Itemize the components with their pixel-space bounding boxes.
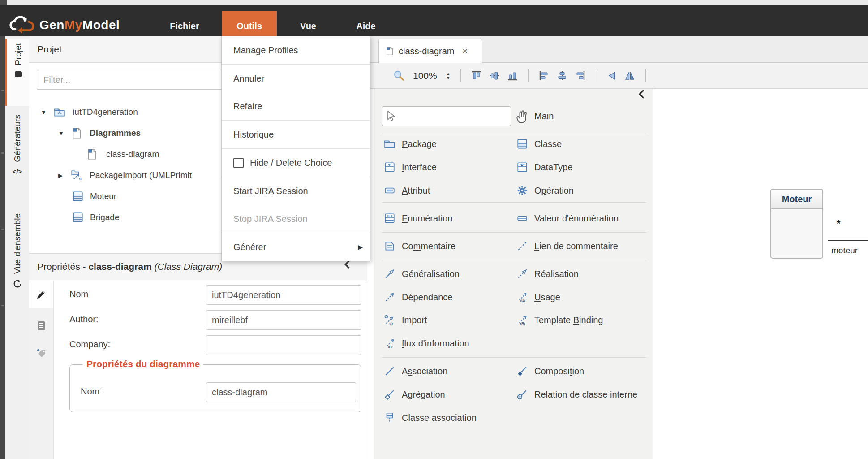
palette-item-label: Lien de commentaire — [534, 241, 618, 251]
palette-item-label: Attribut — [402, 186, 430, 196]
palette-row: Package Classe — [374, 134, 654, 153]
palette-row: Attribut Opération — [374, 181, 654, 200]
align-left-button[interactable] — [538, 70, 550, 82]
palette-item-interface[interactable]: ‹I› Interface — [384, 158, 437, 177]
align-center-button[interactable] — [556, 70, 568, 82]
palette-item-composition[interactable]: Composition — [516, 362, 584, 381]
palette-item-package[interactable]: Package — [384, 134, 437, 153]
close-tab-icon[interactable]: × — [462, 46, 468, 56]
palette-item-operation[interactable]: Opération — [516, 181, 574, 200]
palette-item-import[interactable]: ‹I› Import — [384, 311, 427, 329]
align-middle-icon — [489, 70, 500, 81]
align-top-button[interactable] — [471, 70, 482, 82]
inner-class-relation-icon — [516, 389, 528, 400]
project-filter-input[interactable] — [37, 70, 252, 90]
field-nom-input[interactable] — [206, 285, 361, 305]
palette-item-usage[interactable]: ‹U› Usage — [516, 288, 560, 307]
menu-item-stop-jira-session[interactable]: Stop JIRA Session — [222, 205, 370, 233]
palette-item-label: Classe association — [402, 413, 477, 423]
menu-item-hide-delete-choice[interactable]: Hide / Delete Choice — [222, 149, 370, 177]
palette-item-datatype[interactable]: ‹D› DataType — [516, 158, 573, 177]
zoom-button[interactable] — [393, 70, 405, 82]
rail-tab-vue-densemble[interactable]: Vue d'ensemble — [5, 209, 29, 325]
palette-pan-tool[interactable]: Main — [515, 106, 554, 126]
tree-item-diagrammes[interactable]: ▼ Diagrammes — [58, 124, 141, 142]
svg-text:‹U›: ‹U› — [520, 299, 525, 303]
uml-class-title[interactable]: Moteur — [771, 190, 822, 209]
palette-item-label: Relation de classe interne — [534, 390, 637, 400]
app-logo[interactable]: GenMyModel — [9, 14, 120, 36]
field-diagram-nom-input[interactable] — [206, 382, 356, 402]
window-corner — [0, 0, 7, 5]
editor-tab-class-diagram[interactable]: class-diagram × — [378, 39, 482, 63]
palette-item-dependance[interactable]: Dépendance — [384, 288, 452, 307]
menu-item-start-jira-session[interactable]: Start JIRA Session — [222, 177, 370, 205]
palette-item-template-binding[interactable]: ‹B› Template Binding — [516, 311, 603, 329]
editor-tab-label: class-diagram — [399, 46, 454, 56]
palette-item-label: Commentaire — [402, 241, 455, 251]
field-company-input[interactable] — [206, 335, 361, 355]
menu-item-manage-profiles[interactable]: Manage Profiles — [222, 36, 370, 64]
palette-row: Commentaire Lien de commentaire — [374, 237, 654, 255]
tree-item-moteur[interactable]: Moteur — [72, 187, 116, 205]
palette-item-relation-classe-interne[interactable]: Relation de classe interne — [516, 385, 637, 404]
palette-item-label: Valeur d'énumération — [534, 213, 619, 224]
flip-horizontal-icon — [624, 70, 635, 81]
zoom-down-icon[interactable]: ▼ — [446, 76, 451, 80]
palette-row: ‹F› flux d'information — [374, 334, 654, 353]
flip-left-button[interactable] — [606, 70, 618, 82]
properties-title-type: (Class Diagram) — [154, 261, 222, 272]
zoom-level: 100% — [413, 70, 437, 81]
uml-class-moteur[interactable]: Moteur — [770, 189, 823, 259]
palette-selection-tool[interactable] — [382, 106, 511, 126]
palette-item-lien-de-commentaire[interactable]: Lien de commentaire — [516, 237, 618, 255]
align-right-button[interactable] — [574, 70, 586, 82]
menu-item-refaire[interactable]: Refaire — [222, 92, 370, 120]
properties-tab-edit[interactable] — [29, 281, 53, 308]
association-edge[interactable] — [828, 240, 868, 241]
palette-item-enumeration[interactable]: ‹E› Enumération — [384, 209, 452, 228]
editor-toolbar: 100% ▲▼ — [367, 63, 868, 89]
menu-item-annuler[interactable]: Annuler — [222, 65, 370, 92]
association-multiplicity[interactable]: * — [837, 218, 841, 230]
tree-item-brigade[interactable]: Brigade — [72, 208, 120, 226]
palette-item-label: Template Binding — [534, 315, 603, 325]
association-role-label[interactable]: moteur — [831, 246, 858, 255]
palette-row: ‹I› Import ‹B› Template Binding — [374, 311, 654, 329]
palette-item-commentaire[interactable]: Commentaire — [384, 237, 455, 255]
caret-right-icon[interactable]: ▶ — [58, 172, 65, 179]
palette-item-generalisation[interactable]: Généralisation — [384, 264, 460, 283]
palette-item-association[interactable]: Association — [384, 362, 447, 381]
properties-tab-doc[interactable] — [29, 312, 53, 340]
field-author-input[interactable] — [206, 310, 361, 330]
align-middle-button[interactable] — [489, 70, 500, 82]
rail-tab-generateurs[interactable]: Générateurs </> — [5, 110, 29, 204]
palette-item-agregation[interactable]: Agrégation — [384, 385, 445, 404]
menu-item-historique[interactable]: Historique — [222, 121, 370, 148]
palette-item-attribut[interactable]: Attribut — [384, 181, 430, 200]
palette-item-classe-association[interactable]: Classe association — [384, 408, 477, 427]
menu-item-generer[interactable]: Générer ▶ — [222, 233, 370, 261]
palette-item-classe[interactable]: Classe — [516, 134, 562, 153]
checkbox-icon[interactable] — [233, 158, 244, 168]
collapse-palette-icon[interactable] — [638, 90, 645, 99]
package-icon — [384, 138, 395, 150]
tree-item-root[interactable]: ▼ iutTD4generation — [41, 103, 138, 121]
caret-down-icon[interactable]: ▼ — [58, 130, 65, 137]
palette-item-valeur-enumeration[interactable]: Valeur d'énumération — [516, 209, 619, 228]
align-bottom-icon — [507, 70, 518, 81]
zoom-stepper[interactable]: ▲▼ — [446, 72, 451, 80]
svg-text:‹I›: ‹I› — [389, 321, 393, 326]
caret-down-icon[interactable]: ▼ — [41, 109, 48, 116]
palette-item-flux-information[interactable]: ‹F› flux d'information — [384, 334, 469, 353]
code-icon: </> — [13, 168, 22, 175]
collapse-properties-icon[interactable] — [344, 260, 350, 269]
palette-item-realisation[interactable]: Réalisation — [516, 264, 579, 283]
tree-item-class-diagram[interactable]: class-diagram — [86, 145, 159, 163]
rail-tab-projet[interactable]: Projet — [5, 39, 29, 106]
flip-horizontal-button[interactable] — [624, 70, 636, 82]
tree-item-packageimport[interactable]: ▶ ‹I› PackageImport (UMLPrimit — [58, 166, 192, 184]
align-bottom-button[interactable] — [507, 70, 518, 82]
properties-tab-tags[interactable] — [29, 340, 53, 368]
dependency-icon — [384, 291, 395, 303]
